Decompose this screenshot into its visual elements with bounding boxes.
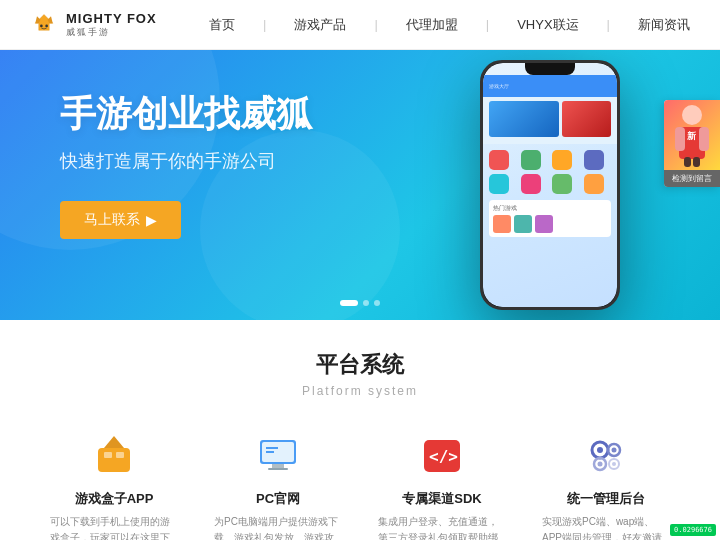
platform-title: 平台系统 bbox=[20, 350, 700, 380]
logo-icon bbox=[30, 11, 58, 39]
carousel-dots bbox=[340, 300, 380, 306]
app-icon-5 bbox=[489, 174, 509, 194]
logo-sub: 威狐手游 bbox=[66, 26, 157, 39]
svg-point-31 bbox=[612, 462, 616, 466]
logo-text-area: MIGHTY FOX 威狐手游 bbox=[66, 11, 157, 39]
platform-section: 平台系统 Platform system 游戏盒子APP 可以下载到手机上使用的… bbox=[0, 320, 720, 540]
app-icon-3 bbox=[552, 150, 572, 170]
card-3-title: 专属渠道SDK bbox=[378, 490, 506, 508]
hero-title: 手游创业找威狐 bbox=[60, 90, 312, 139]
app-icon-6 bbox=[521, 174, 541, 194]
admin-icon bbox=[582, 432, 630, 480]
float-label: 检测到留言 bbox=[664, 170, 720, 187]
app-icon-8 bbox=[584, 174, 604, 194]
card-admin: 统一管理后台 实现游戏PC端、wap端、APP端同步管理，好友邀请管理，分发活动… bbox=[532, 422, 680, 540]
svg-rect-15 bbox=[116, 452, 124, 458]
svg-rect-10 bbox=[693, 157, 700, 167]
hero-content: 手游创业找威狐 快速打造属于你的手游公司 马上联系 ▶ bbox=[60, 90, 312, 239]
platform-subtitle: Platform system bbox=[20, 384, 700, 398]
hero-btn-arrow: ▶ bbox=[146, 212, 157, 228]
svg-point-27 bbox=[612, 448, 617, 453]
svg-point-1 bbox=[40, 24, 43, 27]
nav-divider-1: | bbox=[263, 17, 266, 32]
card-3-desc: 集成用户登录、充值通道，第三方登录礼包领取帮助绑定，实现渠道账号系统与游戏角色无… bbox=[378, 514, 506, 540]
nav-divider-3: | bbox=[486, 17, 489, 32]
svg-text:</>: </> bbox=[429, 447, 458, 466]
nav: 首页 | 游戏产品 | 代理加盟 | VHYX联运 | 新闻资讯 bbox=[209, 16, 690, 34]
sdk-icon: </> bbox=[418, 432, 466, 480]
hero-subtitle: 快速打造属于你的手游公司 bbox=[60, 149, 312, 173]
nav-divider-4: | bbox=[607, 17, 610, 32]
svg-rect-7 bbox=[675, 127, 685, 151]
logo-area: MIGHTY FOX 威狐手游 bbox=[30, 11, 157, 39]
phone-notch bbox=[525, 63, 575, 75]
phone-frame: 游戏大厅 bbox=[480, 60, 620, 310]
float-person-svg: 新 bbox=[667, 101, 717, 169]
phone-mockup: 游戏大厅 bbox=[460, 60, 640, 320]
card-1-title: 游戏盒子APP bbox=[50, 490, 178, 508]
svg-point-2 bbox=[45, 24, 48, 27]
app-icon-4 bbox=[584, 150, 604, 170]
card-sdk: </> 专属渠道SDK 集成用户登录、充值通道，第三方登录礼包领取帮助绑定，实现… bbox=[368, 422, 516, 540]
svg-point-29 bbox=[598, 462, 603, 467]
hero-cta-button[interactable]: 马上联系 ▶ bbox=[60, 201, 181, 239]
phone-app-grid bbox=[483, 144, 617, 200]
app-icon-7 bbox=[552, 174, 572, 194]
pc-icon bbox=[254, 432, 302, 480]
app-icon-2 bbox=[521, 150, 541, 170]
svg-point-25 bbox=[597, 447, 603, 453]
platform-cards: 游戏盒子APP 可以下载到手机上使用的游戏盒子，玩家可以在这里下载游戏、领取礼包… bbox=[20, 422, 700, 540]
nav-item-agency[interactable]: 代理加盟 bbox=[406, 16, 458, 34]
card-4-desc: 实现游戏PC端、wap端、APP端同步管理，好友邀请管理，分发活动渠道，简单操作… bbox=[542, 514, 670, 540]
stats-badge: 0.0296676 bbox=[670, 524, 716, 536]
svg-text:新: 新 bbox=[687, 130, 697, 141]
card-2-desc: 为PC电脑端用户提供游戏下载、游戏礼包发放、游戏攻略查询等移动娱乐游戏服务。 bbox=[214, 514, 342, 540]
float-sidebar[interactable]: 新 检测到留言 bbox=[664, 100, 720, 187]
card-pc: PC官网 为PC电脑端用户提供游戏下载、游戏礼包发放、游戏攻略查询等移动娱乐游戏… bbox=[204, 422, 352, 540]
card-1-desc: 可以下载到手机上使用的游戏盒子，玩家可以在这里下载游戏、领取礼包、查询游戏攻略公… bbox=[50, 514, 178, 540]
svg-rect-18 bbox=[272, 464, 284, 468]
svg-rect-19 bbox=[268, 468, 288, 470]
hero-btn-label: 马上联系 bbox=[84, 211, 140, 229]
svg-point-5 bbox=[682, 105, 702, 125]
card-game-box: 游戏盒子APP 可以下载到手机上使用的游戏盒子，玩家可以在这里下载游戏、领取礼包… bbox=[40, 422, 188, 540]
svg-rect-8 bbox=[699, 127, 709, 151]
hero-banner: 手游创业找威狐 快速打造属于你的手游公司 马上联系 ▶ 游戏大厅 bbox=[0, 50, 720, 320]
nav-item-games[interactable]: 游戏产品 bbox=[294, 16, 346, 34]
card-4-title: 统一管理后台 bbox=[542, 490, 670, 508]
float-person-image: 新 bbox=[664, 100, 720, 170]
svg-rect-9 bbox=[684, 157, 691, 167]
logo-name: MIGHTY FOX bbox=[66, 11, 157, 26]
svg-rect-14 bbox=[104, 452, 112, 458]
nav-item-news[interactable]: 新闻资讯 bbox=[638, 16, 690, 34]
stats-value: 0.0296676 bbox=[674, 526, 712, 534]
dot-3[interactable] bbox=[374, 300, 380, 306]
nav-item-vhyx[interactable]: VHYX联运 bbox=[517, 16, 578, 34]
card-2-title: PC官网 bbox=[214, 490, 342, 508]
nav-divider-2: | bbox=[374, 17, 377, 32]
phone-screen: 游戏大厅 bbox=[483, 63, 617, 307]
game-box-icon bbox=[90, 432, 138, 480]
header: MIGHTY FOX 威狐手游 首页 | 游戏产品 | 代理加盟 | VHYX联… bbox=[0, 0, 720, 50]
dot-2[interactable] bbox=[363, 300, 369, 306]
phone-content-bar: 游戏大厅 bbox=[483, 75, 617, 97]
nav-item-home[interactable]: 首页 bbox=[209, 16, 235, 34]
dot-1[interactable] bbox=[340, 300, 358, 306]
app-icon-1 bbox=[489, 150, 509, 170]
svg-marker-13 bbox=[104, 436, 124, 448]
svg-rect-12 bbox=[98, 448, 130, 472]
phone-mini-label: 游戏大厅 bbox=[489, 83, 509, 89]
